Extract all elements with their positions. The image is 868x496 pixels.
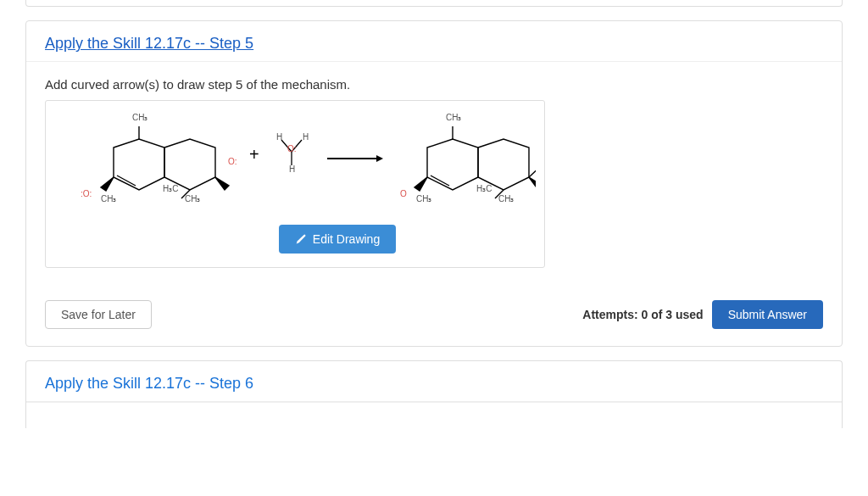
ch3-label: CH₃: [498, 194, 514, 203]
ch3-label: CH₃: [101, 194, 116, 203]
right-actions: Attempts: 0 of 3 used Submit Answer: [582, 300, 823, 329]
action-bar: Save for Later Attempts: 0 of 3 used Sub…: [45, 300, 823, 329]
svg-marker-12: [427, 139, 478, 190]
edit-row: Edit Drawing: [54, 225, 536, 254]
svg-marker-0: [114, 139, 164, 190]
right-structure: [393, 118, 536, 211]
reaction-arrow: [326, 150, 385, 167]
attempts-text: Attempts: 0 of 3 used: [582, 308, 703, 321]
h-label: H: [303, 132, 309, 142]
h3c-label: H₃C: [163, 184, 178, 193]
h-label: H: [289, 164, 295, 174]
hydronium-structure: [266, 126, 317, 186]
step-5-body: Add curved arrow(s) to draw step 5 of th…: [26, 62, 842, 346]
h-label: H: [276, 132, 282, 142]
svg-marker-16: [415, 177, 427, 191]
pencil-icon: [295, 234, 306, 245]
plus-symbol: +: [249, 145, 259, 164]
step-5-title-link[interactable]: Apply the Skill 12.17c -- Step 5: [45, 35, 253, 52]
o-label: O:: [228, 157, 237, 166]
drawing-area[interactable]: CH₃ :O: CH₃ H₃C CH₃ O: + H H O:: [54, 109, 536, 220]
ch3-label: CH₃: [416, 194, 431, 203]
step-5-panel: Apply the Skill 12.17c -- Step 5 Add cur…: [25, 20, 843, 347]
edit-drawing-label: Edit Drawing: [313, 232, 380, 246]
step-6-title-link[interactable]: Apply the Skill 12.17c -- Step 6: [45, 375, 253, 392]
step-6-body-edge: [26, 402, 842, 428]
step-6-header: Apply the Skill 12.17c -- Step 6: [26, 361, 842, 402]
svg-marker-11: [376, 155, 383, 162]
ch3-label: CH₃: [132, 113, 147, 122]
instruction-text: Add curved arrow(s) to draw step 5 of th…: [45, 77, 823, 92]
svg-marker-2: [164, 139, 215, 190]
step-6-panel: Apply the Skill 12.17c -- Step 6: [25, 360, 843, 428]
svg-marker-5: [215, 177, 229, 190]
svg-marker-14: [478, 139, 529, 190]
o-label: :O:: [81, 189, 92, 198]
ch3-label: CH₃: [446, 113, 461, 122]
o-label: O: [400, 189, 407, 198]
previous-panel-edge: [25, 0, 843, 7]
submit-answer-button[interactable]: Submit Answer: [712, 300, 823, 329]
svg-marker-4: [101, 177, 114, 191]
ch3-label: CH₃: [185, 194, 200, 203]
save-for-later-button[interactable]: Save for Later: [45, 300, 152, 329]
drawing-card: CH₃ :O: CH₃ H₃C CH₃ O: + H H O:: [45, 100, 545, 268]
h3c-label: H₃C: [476, 184, 492, 193]
svg-line-19: [529, 164, 536, 177]
o-label: O:: [287, 144, 297, 153]
step-5-header: Apply the Skill 12.17c -- Step 5: [26, 21, 842, 62]
edit-drawing-button[interactable]: Edit Drawing: [279, 225, 396, 254]
svg-marker-17: [529, 177, 536, 190]
